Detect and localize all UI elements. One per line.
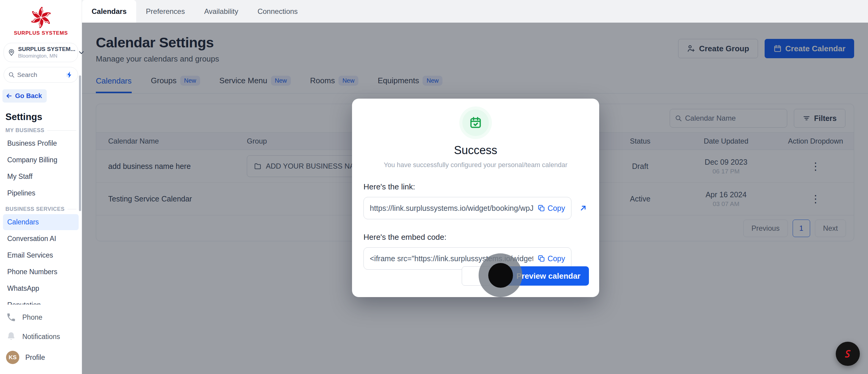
top-tab-bar: Calendars Preferences Availability Conne… — [82, 0, 868, 23]
phone-label: Phone — [22, 313, 42, 321]
map-pin-icon — [7, 49, 16, 56]
sidebar-item-phone-numbers[interactable]: Phone Numbers — [3, 264, 79, 280]
bell-icon — [6, 332, 16, 342]
open-link-icon[interactable] — [579, 204, 588, 213]
brand-logo: SURPLUS SYSTEMS — [0, 0, 82, 36]
support-chat-widget[interactable] — [836, 342, 860, 366]
brand-chat-icon — [841, 347, 855, 361]
profile-label: Profile — [25, 353, 45, 362]
modal-subtitle: You have successfully configured your pe… — [364, 161, 588, 169]
webcam-bubble — [478, 253, 522, 297]
sidebar: SURPLUS SYSTEMS SURPLUS SYSTEM... Bloomi… — [0, 0, 82, 374]
go-back-button[interactable]: Go Back — [2, 89, 47, 103]
copy-icon — [537, 255, 545, 262]
notifications-menu-item[interactable]: Notifications — [0, 327, 82, 346]
success-modal: Success You have successfully configured… — [352, 98, 599, 297]
copy-link-button[interactable]: Copy — [537, 204, 565, 213]
sidebar-title: Settings — [5, 112, 82, 122]
profile-menu-item[interactable]: KS Profile — [0, 346, 82, 369]
phone-icon — [6, 312, 16, 322]
phone-menu-item[interactable]: Phone — [0, 308, 82, 327]
sidebar-item-business-profile[interactable]: Business Profile — [3, 136, 79, 151]
sidebar-search-input[interactable] — [17, 71, 63, 79]
webcam-bubble-lens — [488, 263, 513, 288]
sidebar-item-whatsapp[interactable]: WhatsApp — [3, 281, 79, 296]
arrow-left-icon — [5, 92, 13, 99]
link-label: Here's the link: — [364, 182, 588, 192]
avatar: KS — [6, 351, 19, 364]
top-tab-calendars[interactable]: Calendars — [82, 0, 136, 23]
sidebar-item-pipelines[interactable]: Pipelines — [3, 185, 79, 201]
sidebar-item-email-services[interactable]: Email Services — [3, 247, 79, 263]
copy-icon — [537, 204, 545, 212]
sidebar-item-company-billing[interactable]: Company Billing — [3, 152, 79, 168]
booking-link-field[interactable]: https://link.surplussystems.io/widget/bo… — [364, 197, 571, 219]
chevron-down-icon — [78, 49, 85, 56]
top-tab-preferences[interactable]: Preferences — [136, 0, 194, 23]
quick-actions-bolt-icon[interactable] — [66, 71, 73, 79]
sidebar-scrollbar[interactable] — [79, 76, 81, 211]
sidebar-item-my-staff[interactable]: My Staff — [3, 169, 79, 184]
sidebar-footer: Phone Notifications KS Profile — [0, 305, 82, 374]
top-tab-availability[interactable]: Availability — [194, 0, 248, 23]
settings-nav: MY BUSINESS Business Profile Company Bil… — [0, 127, 82, 333]
top-tab-connections[interactable]: Connections — [248, 0, 307, 23]
sidebar-item-conversation-ai[interactable]: Conversation AI — [3, 231, 79, 247]
notifications-label: Notifications — [22, 333, 60, 341]
sidebar-search[interactable] — [4, 67, 78, 83]
success-calendar-icon — [462, 110, 489, 136]
search-icon — [8, 71, 15, 78]
brand-name: SURPLUS SYSTEMS — [0, 30, 82, 36]
nav-section-business-services: BUSINESS SERVICES — [5, 206, 76, 212]
location-city: Bloomington, MN — [18, 53, 75, 59]
location-name: SURPLUS SYSTEM... — [18, 46, 75, 53]
booking-link-value: https://link.surplussystems.io/widget/bo… — [370, 204, 533, 213]
go-back-label: Go Back — [15, 92, 42, 100]
copy-embed-button[interactable]: Copy — [537, 254, 565, 263]
embed-label: Here's the embed code: — [364, 233, 588, 242]
location-selector[interactable]: SURPLUS SYSTEM... Bloomington, MN — [4, 43, 78, 62]
sidebar-item-calendars[interactable]: Calendars — [3, 214, 79, 230]
nav-section-my-business: MY BUSINESS — [5, 127, 76, 134]
modal-title: Success — [364, 144, 588, 157]
app-screen: SURPLUS SYSTEMS SURPLUS SYSTEM... Bloomi… — [0, 0, 868, 374]
brand-logo-icon — [28, 5, 54, 30]
